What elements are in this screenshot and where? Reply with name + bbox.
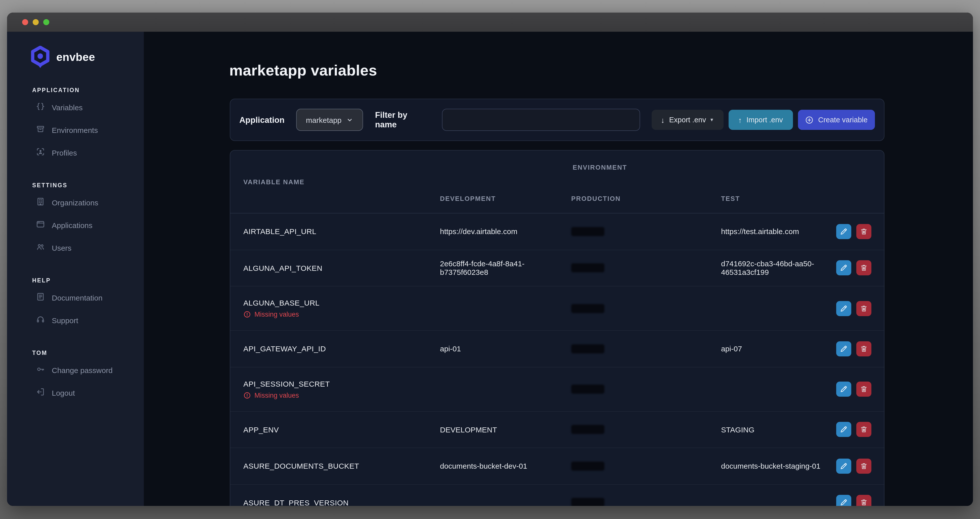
delete-variable-button[interactable] [856,458,872,474]
edit-variable-button[interactable] [836,458,851,474]
variable-name: ALGUNA_BASE_URL [243,299,440,307]
main-content: marketapp variables Application marketap… [144,32,973,506]
table-row: ALGUNA_BASE_URL Missing values [230,286,884,331]
trash-icon [860,385,868,393]
sidebar-item-organizations[interactable]: Organizations [7,191,144,214]
variable-name: AIRTABLE_API_URL [243,227,440,236]
key-icon [36,364,45,376]
building-icon [36,197,45,208]
document-icon [36,292,45,303]
window-titlebar[interactable] [7,13,973,32]
delete-variable-button[interactable] [856,495,872,506]
edit-variable-button[interactable] [836,382,851,397]
production-value-redacted [571,227,721,236]
logo: envbee [7,32,144,69]
zoom-window-button[interactable] [43,19,49,25]
minimize-window-button[interactable] [33,19,39,25]
delete-variable-button[interactable] [856,382,872,397]
trash-icon [860,498,868,506]
sidebar-item-label: Variables [52,103,83,112]
trash-icon [860,462,868,470]
edit-variable-button[interactable] [836,224,851,239]
alert-circle-icon [243,311,251,318]
variable-name: API_SESSION_SECRET [243,379,440,388]
sidebar-item-profiles[interactable]: Profiles [7,141,144,164]
sidebar-item-variables[interactable]: Variables [7,96,144,119]
production-value-redacted [571,462,721,471]
production-value-redacted [571,263,721,273]
missing-values-warning: Missing values [243,391,440,399]
desktop-background: envbee APPLICATIONVariablesEnvironmentsP… [0,0,980,519]
alert-circle-icon [243,391,251,399]
table-row: ALGUNA_API_TOKEN 2e6c8ff4-fcde-4a8f-8a41… [230,250,884,286]
sidebar-nav: APPLICATIONVariablesEnvironmentsProfiles… [7,87,144,404]
sidebar-item-label: Change password [52,366,113,375]
delete-variable-button[interactable] [856,422,872,437]
table-row: AIRTABLE_API_URL https://dev.airtable.co… [230,214,884,250]
sidebar-item-documentation[interactable]: Documentation [7,286,144,309]
variable-name: ASURE_DOCUMENTS_BUCKET [243,462,440,470]
pencil-icon [840,304,848,312]
col-header-variable-name: VARIABLE NAME [243,178,440,186]
sidebar-item-users[interactable]: Users [7,236,144,259]
sidebar-item-label: Profiles [52,149,77,157]
app-window-icon [36,219,45,231]
test-value: d741692c-cba3-46bd-aa50-46531a3cf199 [721,260,836,276]
table-row: ASURE_DOCUMENTS_BUCKET documents-bucket-… [230,448,884,484]
edit-variable-button[interactable] [836,422,851,437]
production-value-redacted [571,304,721,313]
sidebar-item-change-password[interactable]: Change password [7,359,144,382]
sidebar-item-logout[interactable]: Logout [7,382,144,404]
application-select[interactable]: marketapp [296,109,363,131]
application-select-value: marketapp [306,115,342,124]
test-value: STAGING [721,425,836,434]
users-icon [36,242,45,254]
delete-variable-button[interactable] [856,260,872,276]
import-env-button[interactable]: ↑ Import .env [728,110,793,130]
missing-values-warning: Missing values [243,311,440,318]
variable-name: ASURE_DT_PRES_VERSION [243,498,440,506]
filter-bar: Application marketapp Filter by name ↓ E… [230,99,885,141]
edit-variable-button[interactable] [836,260,851,276]
pencil-icon [840,264,848,272]
sidebar-item-label: Logout [52,389,75,397]
table-row: ASURE_DT_PRES_VERSION [230,484,884,506]
trash-icon [860,304,868,312]
pencil-icon [840,385,848,393]
delete-variable-button[interactable] [856,301,872,316]
page-title: marketapp variables [229,62,377,79]
pencil-icon [840,345,848,353]
sidebar-item-label: Users [52,244,72,252]
sidebar-item-support[interactable]: Support [7,309,144,332]
production-value-redacted [571,344,721,353]
download-arrow-icon: ↓ [661,115,665,124]
edit-variable-button[interactable] [836,495,851,506]
table-header: ENVIRONMENT VARIABLE NAME DEVELOPMENT PR… [230,150,884,214]
test-value: https://test.airtable.com [721,227,836,236]
delete-variable-button[interactable] [856,224,872,239]
sidebar-item-label: Support [52,316,78,325]
export-env-button[interactable]: ↓ Export .env ▼ [652,110,723,130]
production-value-redacted [571,498,721,506]
sidebar-section-label: APPLICATION [7,87,144,96]
variables-table: ENVIRONMENT VARIABLE NAME DEVELOPMENT PR… [230,150,885,506]
application-label: Application [239,115,285,125]
sidebar-item-label: Organizations [52,198,98,207]
environment-group-header: ENVIRONMENT [573,164,627,171]
sidebar-item-environments[interactable]: Environments [7,119,144,141]
filter-input[interactable] [442,109,640,131]
create-variable-button[interactable]: Create variable [798,110,875,130]
close-window-button[interactable] [22,19,28,25]
edit-variable-button[interactable] [836,301,851,316]
braces-icon [36,102,45,113]
logo-text: envbee [56,51,95,64]
delete-variable-button[interactable] [856,341,872,356]
production-value-redacted [571,385,721,394]
caret-down-icon: ▼ [710,117,714,122]
pencil-icon [840,426,848,434]
development-value: DEVELOPMENT [440,425,571,434]
sidebar-section-settings: SETTINGSOrganizationsApplicationsUsers [7,182,144,259]
sidebar-item-applications[interactable]: Applications [7,214,144,236]
envbee-logo-icon [30,46,50,69]
edit-variable-button[interactable] [836,341,851,356]
